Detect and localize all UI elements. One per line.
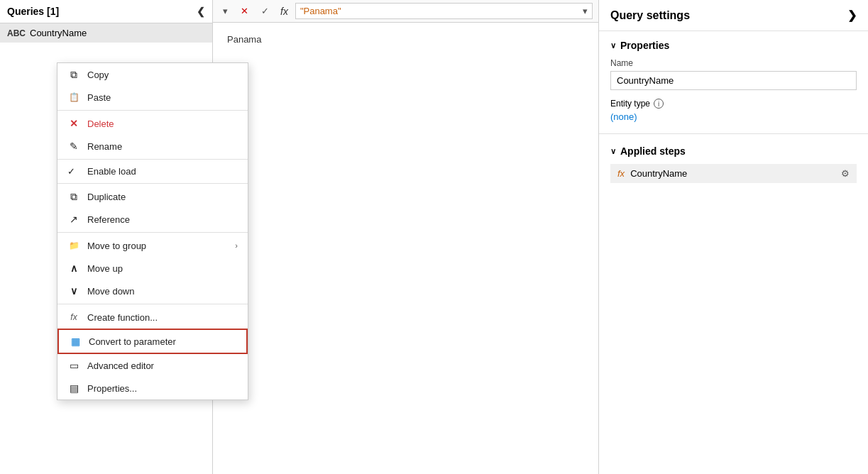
props-icon	[67, 382, 80, 395]
editor-icon	[67, 359, 80, 372]
step-item-label: CountryName	[630, 168, 687, 179]
entity-type-label-row: Entity type i	[610, 99, 857, 109]
step-settings-icon[interactable]: ⚙	[841, 168, 850, 179]
query-settings-title: Query settings	[610, 9, 690, 22]
properties-section-label: Properties	[620, 40, 669, 51]
divider-4	[57, 232, 248, 233]
menu-item-create-function-label: Create function...	[87, 312, 158, 323]
menu-item-rename-label: Rename	[87, 141, 122, 152]
menu-item-reference[interactable]: Reference	[57, 208, 248, 231]
applied-steps-section: ∨ Applied steps fx CountryName ⚙	[599, 137, 868, 192]
entity-type-label-text: Entity type	[610, 99, 650, 109]
divider-5	[57, 304, 248, 304]
copy-icon	[67, 68, 80, 81]
paste-icon	[67, 91, 80, 104]
query-settings-header: Query settings ❯	[599, 0, 868, 31]
applied-steps-label: Applied steps	[620, 145, 686, 157]
main-area: ▾ ✕ ✓ fx "Panama" ▾ Panama	[213, 0, 598, 474]
properties-section: ∨ Properties Name Entity type i (none)	[599, 31, 868, 131]
left-panel: Queries [1] ❮ ABC CountryName Copy Paste…	[0, 0, 213, 474]
collapse-button[interactable]: ❮	[197, 6, 205, 17]
menu-item-advanced-editor[interactable]: Advanced editor	[57, 354, 248, 377]
menu-item-properties-label: Properties...	[87, 383, 137, 394]
applied-steps-toggle[interactable]: ∨ Applied steps	[610, 145, 857, 157]
menu-item-move-up-label: Move up	[87, 263, 123, 274]
folder-icon	[67, 239, 80, 252]
param-icon	[69, 335, 82, 348]
data-content: Panama	[213, 23, 598, 56]
context-menu: Copy Paste Delete Rename ✓ Enable load	[57, 62, 248, 400]
menu-item-rename[interactable]: Rename	[57, 135, 248, 158]
menu-item-move-down[interactable]: Move down	[57, 280, 248, 302]
menu-item-paste[interactable]: Paste	[57, 86, 248, 109]
queries-title: Queries [1]	[7, 6, 59, 17]
formula-bar: ▾ ✕ ✓ fx "Panama" ▾	[213, 0, 598, 23]
entity-type-info-icon[interactable]: i	[654, 99, 664, 109]
move-to-group-inner: Move to group	[67, 239, 146, 252]
menu-item-properties[interactable]: Properties...	[57, 377, 248, 399]
menu-item-duplicate-label: Duplicate	[87, 192, 126, 202]
checkmark-icon: ✓	[67, 166, 79, 177]
step-item-left: fx CountryName	[617, 168, 687, 179]
confirm-button[interactable]: ✓	[257, 4, 273, 18]
step-fx-label: fx	[617, 168, 625, 179]
menu-item-enable-load-label: Enable load	[87, 166, 136, 177]
menu-item-delete-label: Delete	[87, 118, 114, 129]
menu-item-delete[interactable]: Delete	[57, 112, 248, 135]
menu-item-copy-label: Copy	[87, 70, 109, 80]
entity-type-value: (none)	[610, 111, 857, 122]
move-up-icon	[67, 262, 80, 275]
name-field-label: Name	[610, 58, 857, 68]
fx-label: fx	[278, 6, 291, 17]
menu-item-convert-to-parameter[interactable]: Convert to parameter	[57, 329, 248, 354]
menu-item-move-down-label: Move down	[87, 286, 134, 297]
applied-steps-arrow: ∨	[610, 147, 616, 156]
menu-item-move-up[interactable]: Move up	[57, 257, 248, 280]
formula-dropdown-icon[interactable]: ▾	[583, 6, 588, 16]
cancel-button[interactable]: ✕	[236, 4, 253, 18]
properties-section-toggle[interactable]: ∨ Properties	[610, 40, 857, 51]
reference-icon	[67, 213, 80, 226]
menu-item-move-to-group[interactable]: Move to group ›	[57, 234, 248, 257]
duplicate-icon	[67, 190, 80, 203]
menu-item-duplicate[interactable]: Duplicate	[57, 185, 248, 208]
menu-item-convert-to-parameter-label: Convert to parameter	[89, 336, 176, 347]
formula-value: "Panama"	[300, 6, 341, 16]
section-divider	[599, 133, 868, 134]
menu-item-advanced-editor-label: Advanced editor	[87, 360, 154, 371]
menu-item-move-to-group-label: Move to group	[87, 241, 146, 251]
menu-item-enable-load[interactable]: ✓ Enable load	[57, 161, 248, 182]
menu-item-reference-label: Reference	[87, 214, 130, 225]
query-settings-expand-icon[interactable]: ❯	[847, 9, 857, 22]
menu-item-create-function[interactable]: Create function...	[57, 306, 248, 329]
query-type-icon: ABC	[7, 28, 26, 38]
divider-1	[57, 110, 248, 111]
move-down-icon	[67, 285, 80, 297]
divider-2	[57, 159, 248, 160]
menu-item-copy[interactable]: Copy	[57, 63, 248, 86]
panama-cell-value: Panama	[227, 34, 261, 45]
formula-input-box[interactable]: "Panama" ▾	[295, 3, 593, 19]
name-field-input[interactable]	[610, 71, 857, 90]
properties-toggle-arrow: ∨	[610, 41, 616, 50]
right-panel: Query settings ❯ ∨ Properties Name Entit…	[598, 0, 868, 474]
expand-button[interactable]: ▾	[219, 4, 232, 18]
delete-icon	[67, 117, 80, 130]
queries-header: Queries [1] ❮	[0, 0, 212, 23]
rename-icon	[67, 140, 80, 153]
step-item-countryname[interactable]: fx CountryName ⚙	[610, 164, 857, 183]
divider-3	[57, 183, 248, 184]
query-item-countryname[interactable]: ABC CountryName	[0, 23, 212, 43]
submenu-arrow-icon: ›	[235, 241, 238, 250]
menu-item-paste-label: Paste	[87, 92, 111, 103]
query-item-label: CountryName	[30, 28, 87, 38]
fx-icon	[67, 311, 80, 324]
